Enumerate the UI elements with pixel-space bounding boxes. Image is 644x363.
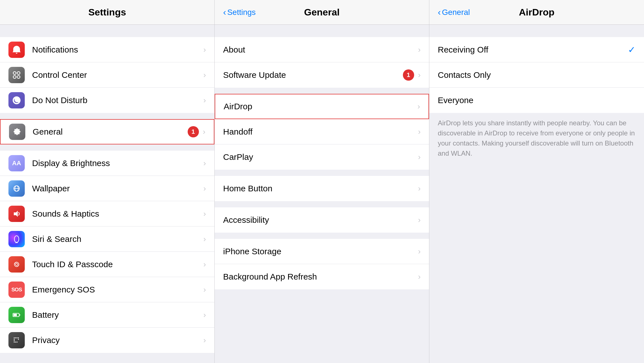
general-icon: [9, 124, 25, 140]
airdrop-options-group: Receiving Off ✓ Contacts Only Everyone: [429, 37, 644, 113]
notifications-icon: [8, 42, 25, 58]
wallpaper-icon: [8, 180, 25, 197]
svg-point-3: [17, 76, 20, 78]
general-group-1: About › Software Update 1 ›: [215, 37, 429, 88]
wallpaper-chevron: ›: [203, 184, 206, 193]
airdrop-chevron: ›: [418, 102, 420, 111]
home-button-label: Home Button: [223, 184, 418, 193]
general-item-about[interactable]: About ›: [215, 37, 429, 62]
touchid-icon: [8, 256, 25, 273]
do-not-disturb-icon: [8, 92, 25, 108]
svg-marker-8: [14, 211, 18, 217]
airdrop-title: AirDrop: [519, 7, 555, 18]
svg-point-0: [13, 72, 16, 74]
accessibility-chevron: ›: [418, 215, 421, 224]
settings-item-wallpaper[interactable]: Wallpaper ›: [0, 176, 214, 201]
general-label: General: [33, 127, 188, 137]
middle-spacer-2: [215, 170, 429, 176]
airdrop-back-chevron-icon: ‹: [438, 7, 441, 17]
general-back-button[interactable]: ‹ Settings: [223, 7, 256, 17]
general-title: General: [304, 7, 340, 18]
airdrop-option-everyone[interactable]: Everyone: [429, 88, 644, 113]
carplay-label: CarPlay: [223, 152, 418, 162]
settings-group-2: General 1 ›: [0, 119, 214, 144]
settings-item-display[interactable]: AA Display & Brightness ›: [0, 151, 214, 176]
settings-item-control-center[interactable]: Control Center ›: [0, 62, 214, 88]
settings-item-privacy[interactable]: Privacy ›: [0, 328, 214, 353]
settings-scroll[interactable]: Notifications › Control Center › Do Not …: [0, 37, 214, 363]
general-item-home-button[interactable]: Home Button ›: [215, 176, 429, 201]
general-group-2: AirDrop › Handoff › CarPlay ›: [215, 94, 429, 170]
left-spacer-3: [0, 144, 214, 151]
general-scroll[interactable]: About › Software Update 1 › AirDrop › Ha…: [215, 37, 429, 363]
siri-chevron: ›: [203, 235, 206, 244]
general-item-bg-refresh[interactable]: Background App Refresh ›: [215, 264, 429, 289]
airdrop-description: AirDrop lets you share instantly with pe…: [429, 113, 644, 164]
iphone-storage-label: iPhone Storage: [223, 247, 418, 256]
emergency-label: Emergency SOS: [32, 285, 203, 294]
airdrop-option-receiving-off[interactable]: Receiving Off ✓: [429, 37, 644, 62]
control-center-label: Control Center: [32, 70, 203, 80]
settings-column: Settings Notifications › Control Center …: [0, 0, 215, 363]
airdrop-header: ‹ General AirDrop: [429, 0, 644, 25]
general-badge: 1: [188, 126, 199, 137]
battery-label: Battery: [32, 310, 203, 320]
settings-title: Settings: [88, 7, 126, 18]
settings-group-1: Notifications › Control Center › Do Not …: [0, 37, 214, 113]
handoff-chevron: ›: [418, 127, 421, 136]
general-item-accessibility[interactable]: Accessibility ›: [215, 207, 429, 233]
notifications-label: Notifications: [32, 45, 203, 55]
contacts-only-label: Contacts Only: [438, 70, 636, 80]
left-top-spacer: [0, 25, 214, 37]
about-label: About: [223, 45, 418, 55]
touchid-label: Touch ID & Passcode: [32, 260, 203, 269]
general-item-carplay[interactable]: CarPlay ›: [215, 144, 429, 170]
accessibility-label: Accessibility: [223, 215, 418, 225]
sounds-label: Sounds & Haptics: [32, 209, 203, 219]
back-chevron-icon: ‹: [223, 7, 226, 17]
handoff-label: Handoff: [223, 127, 418, 137]
emergency-chevron: ›: [203, 285, 206, 294]
general-chevron: ›: [203, 127, 205, 136]
general-header: ‹ Settings General: [215, 0, 429, 25]
right-top-spacer: [429, 25, 644, 37]
settings-item-notifications[interactable]: Notifications ›: [0, 37, 214, 62]
middle-top-spacer: [215, 25, 429, 37]
airdrop-label: AirDrop: [224, 102, 418, 111]
siri-label: Siri & Search: [32, 234, 203, 244]
airdrop-scroll[interactable]: Receiving Off ✓ Contacts Only Everyone A…: [429, 37, 644, 363]
settings-item-emergency[interactable]: SOS Emergency SOS ›: [0, 277, 214, 302]
do-not-disturb-chevron: ›: [203, 96, 206, 105]
settings-item-sounds[interactable]: Sounds & Haptics ›: [0, 201, 214, 226]
settings-group-3: AA Display & Brightness › Wallpaper › So…: [0, 151, 214, 353]
battery-icon: [8, 307, 25, 323]
general-item-iphone-storage[interactable]: iPhone Storage ›: [215, 239, 429, 264]
left-spacer-2: [0, 113, 214, 119]
settings-item-siri[interactable]: Siri & Search ›: [0, 226, 214, 252]
software-update-badge: 1: [403, 69, 414, 81]
notifications-chevron: ›: [203, 45, 206, 54]
svg-point-9: [14, 236, 19, 242]
settings-item-touchid[interactable]: Touch ID & Passcode ›: [0, 252, 214, 277]
privacy-icon: [8, 332, 25, 348]
home-button-chevron: ›: [418, 184, 421, 193]
general-item-software-update[interactable]: Software Update 1 ›: [215, 62, 429, 88]
settings-item-battery[interactable]: Battery ›: [0, 302, 214, 328]
general-item-handoff[interactable]: Handoff ›: [215, 119, 429, 144]
display-icon: AA: [8, 155, 25, 171]
general-item-airdrop[interactable]: AirDrop ›: [215, 94, 429, 119]
touchid-chevron: ›: [203, 260, 206, 269]
privacy-chevron: ›: [203, 336, 206, 345]
settings-item-general[interactable]: General 1 ›: [0, 119, 214, 144]
airdrop-back-label: General: [442, 8, 470, 17]
settings-header: Settings: [0, 0, 214, 25]
settings-item-do-not-disturb[interactable]: Do Not Disturb ›: [0, 88, 214, 113]
software-update-label: Software Update: [223, 70, 403, 80]
svg-point-1: [17, 72, 20, 74]
svg-rect-16: [14, 314, 17, 316]
middle-spacer-1: [215, 88, 429, 94]
airdrop-back-button[interactable]: ‹ General: [438, 7, 470, 17]
sounds-chevron: ›: [203, 209, 206, 218]
software-update-chevron: ›: [418, 71, 421, 80]
airdrop-option-contacts-only[interactable]: Contacts Only: [429, 62, 644, 88]
